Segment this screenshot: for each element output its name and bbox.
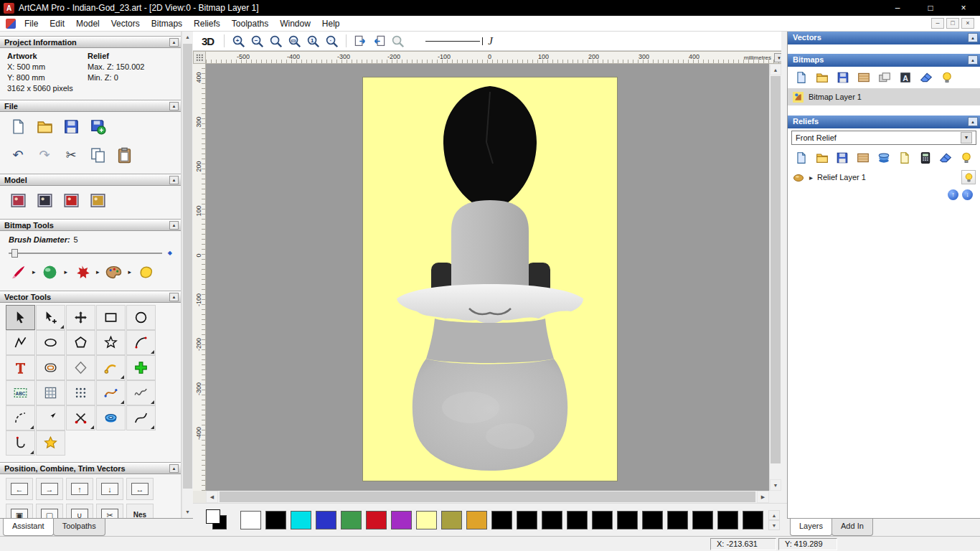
color-swatch-15[interactable] bbox=[617, 511, 638, 529]
save-relief-icon[interactable] bbox=[835, 150, 851, 166]
nesting-icon[interactable]: Nes bbox=[126, 504, 154, 518]
colour-palette-icon[interactable] bbox=[103, 261, 125, 283]
mdi-restore-button[interactable]: □ bbox=[946, 18, 959, 29]
shift-view-right-icon[interactable] bbox=[371, 33, 387, 50]
section-profile-icon[interactable] bbox=[6, 430, 35, 456]
relief-layer-row[interactable]: ▸ Relief Layer 1 bbox=[788, 169, 980, 186]
mdi-close-button[interactable]: × bbox=[961, 18, 974, 29]
line-width-selector[interactable] bbox=[424, 34, 484, 48]
texture-relief-icon[interactable] bbox=[87, 189, 108, 211]
collapse-vector-tools-button[interactable]: ▲ bbox=[169, 293, 179, 301]
create-polyline-icon[interactable] bbox=[6, 330, 35, 355]
merge-bitmap-icon[interactable] bbox=[877, 70, 892, 85]
collapse-bitmaps-section-button[interactable]: ▲ bbox=[968, 55, 978, 65]
relief-visibility-toggle[interactable] bbox=[961, 170, 976, 184]
mdi-minimize-button[interactable]: – bbox=[931, 18, 944, 29]
open-bitmap-icon[interactable] bbox=[814, 70, 830, 85]
nest-vectors-icon[interactable] bbox=[66, 380, 95, 405]
fit-curves-icon[interactable] bbox=[126, 380, 156, 405]
tool-expander-icon[interactable]: ▸ bbox=[32, 268, 36, 276]
maximize-button[interactable]: □ bbox=[914, 0, 947, 16]
view-3d-button[interactable]: 3D bbox=[202, 35, 214, 47]
menu-vectors[interactable]: Vectors bbox=[105, 17, 146, 31]
paint-ball-icon[interactable] bbox=[39, 261, 61, 283]
zoom-out-icon[interactable]: − bbox=[249, 33, 265, 50]
align-centre-icon[interactable]: ↔ bbox=[126, 478, 154, 500]
relief-set-dropdown[interactable]: Front Relief ▼ bbox=[791, 131, 976, 145]
save-model-icon[interactable] bbox=[60, 116, 82, 137]
paste-along-curve-icon[interactable] bbox=[96, 380, 126, 405]
save-bitmap-icon[interactable] bbox=[835, 70, 851, 85]
redo-icon[interactable]: ↷ bbox=[34, 144, 55, 166]
wrap-star-icon[interactable] bbox=[36, 430, 65, 456]
tool-expander-icon[interactable]: ▸ bbox=[96, 268, 100, 276]
paste-icon[interactable] bbox=[113, 144, 135, 166]
color-swatch-18[interactable] bbox=[692, 511, 713, 529]
block-copy-icon[interactable] bbox=[126, 355, 156, 380]
color-swatch-8[interactable] bbox=[441, 511, 462, 529]
zoom-in-icon[interactable]: + bbox=[230, 33, 247, 50]
bitmap-texture-icon[interactable] bbox=[856, 70, 872, 85]
align-left-icon[interactable]: ← bbox=[6, 478, 33, 500]
brush-diameter-slider[interactable] bbox=[9, 253, 162, 254]
create-rectangle-icon[interactable] bbox=[96, 305, 126, 330]
free-curve-icon[interactable] bbox=[126, 405, 156, 430]
collapse-reliefs-section-button[interactable]: ▲ bbox=[968, 117, 978, 126]
new-relief-icon[interactable] bbox=[793, 150, 809, 166]
color-swatch-2[interactable] bbox=[291, 511, 311, 529]
color-swatch-16[interactable] bbox=[642, 511, 663, 529]
minimize-button[interactable]: – bbox=[881, 0, 914, 16]
scroll-down-icon[interactable]: ▼ bbox=[770, 479, 781, 491]
horizontal-scrollbar-thumb[interactable] bbox=[220, 491, 755, 502]
delete-relief-icon[interactable] bbox=[938, 150, 953, 166]
collapse-model-button[interactable]: ▲ bbox=[169, 176, 179, 184]
new-model-icon[interactable] bbox=[7, 116, 29, 137]
vertical-scrollbar-thumb[interactable] bbox=[771, 76, 781, 463]
text-in-a-box-icon[interactable]: ABC bbox=[6, 380, 35, 405]
color-swatch-14[interactable] bbox=[592, 511, 613, 529]
palette-scrollbar[interactable]: ▲ ▼ bbox=[768, 510, 780, 530]
move-layer-up-button[interactable]: ↑ bbox=[948, 189, 958, 200]
set-model-size-icon[interactable] bbox=[7, 189, 29, 211]
node-editing-icon[interactable] bbox=[36, 305, 65, 330]
collapse-vectors-section-button[interactable]: ▲ bbox=[968, 33, 978, 42]
palette-scroll-down-icon[interactable]: ▼ bbox=[768, 520, 780, 530]
assistant-scrollbar[interactable]: ▲ ▼ bbox=[182, 32, 193, 518]
color-swatch-0[interactable] bbox=[240, 511, 261, 529]
expand-relief-layer-icon[interactable]: ▸ bbox=[809, 174, 813, 182]
color-swatch-17[interactable] bbox=[667, 511, 688, 529]
create-polygon-icon[interactable] bbox=[66, 330, 95, 355]
scroll-up-icon[interactable]: ▲ bbox=[770, 64, 781, 75]
color-swatch-19[interactable] bbox=[717, 511, 738, 529]
color-swatch-3[interactable] bbox=[316, 511, 336, 529]
open-relief-icon[interactable] bbox=[814, 150, 830, 166]
copy-icon[interactable] bbox=[87, 144, 108, 166]
weld-vectors-icon[interactable]: ∪ bbox=[66, 504, 93, 518]
collapse-project-information-button[interactable]: ▲ bbox=[169, 38, 179, 47]
color-swatch-12[interactable] bbox=[542, 511, 562, 529]
align-top-icon[interactable]: ↑ bbox=[66, 478, 93, 500]
ungroup-vectors-icon[interactable]: ▢ bbox=[36, 504, 63, 518]
toggle-bitmaps-visibility-icon[interactable] bbox=[939, 70, 955, 85]
tool-expander-icon[interactable]: ▸ bbox=[65, 268, 68, 276]
color-swatch-10[interactable] bbox=[491, 511, 512, 529]
scroll-up-icon[interactable]: ▲ bbox=[182, 32, 193, 43]
color-swatch-9[interactable] bbox=[466, 511, 487, 529]
tool-expander-icon[interactable]: ▸ bbox=[128, 268, 132, 276]
measure-icon[interactable] bbox=[36, 405, 65, 430]
color-swatch-7[interactable] bbox=[416, 511, 437, 529]
close-button[interactable]: × bbox=[947, 0, 980, 16]
collapse-file-button[interactable]: ▲ bbox=[169, 102, 179, 110]
vertical-scrollbar[interactable]: ▲ ▼ bbox=[769, 64, 781, 491]
color-swatch-5[interactable] bbox=[366, 511, 387, 529]
paint-icon[interactable] bbox=[7, 261, 29, 283]
color-swatch-11[interactable] bbox=[517, 511, 537, 529]
tab-toolpaths[interactable]: Toolpaths bbox=[53, 519, 105, 536]
create-circle-icon[interactable] bbox=[126, 305, 156, 330]
zoom-box-icon[interactable]: ▭ bbox=[286, 33, 303, 50]
scroll-right-icon[interactable]: ▶ bbox=[757, 491, 769, 503]
relief-dropdown-arrow-icon[interactable]: ▼ bbox=[961, 132, 972, 143]
relief-document-icon[interactable] bbox=[897, 150, 913, 166]
brush-slider-handle[interactable] bbox=[11, 249, 18, 258]
menu-file[interactable]: File bbox=[19, 17, 44, 31]
